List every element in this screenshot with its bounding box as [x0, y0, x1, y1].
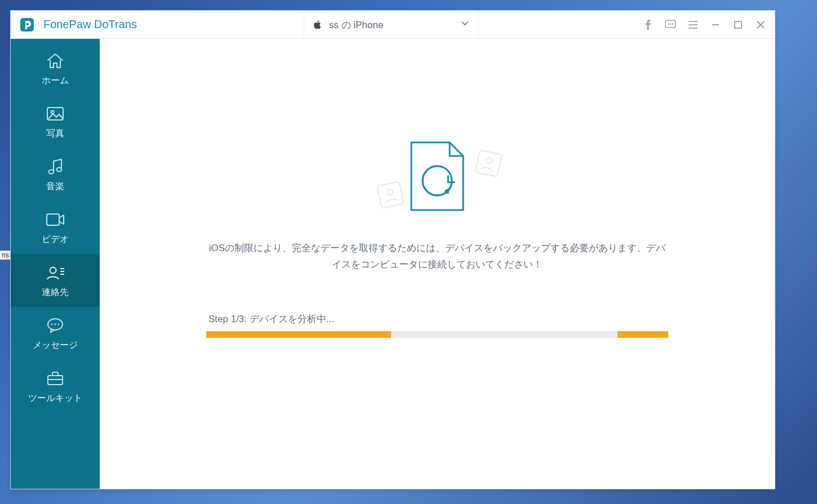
- backup-info-text: iOSの制限により、完全なデータを取得するためには、デバイスをバックアップする必…: [206, 240, 668, 273]
- progress-bar: [206, 331, 668, 338]
- message-icon: [46, 316, 65, 335]
- toolkit-icon: [46, 369, 65, 388]
- sidebar-item-messages[interactable]: メッセージ: [11, 307, 100, 360]
- device-selector[interactable]: ss の iPhone: [304, 11, 478, 39]
- progress-fill-right: [618, 331, 668, 338]
- desktop-stray-text: ns: [0, 251, 11, 260]
- contacts-icon: [45, 263, 65, 282]
- sidebar-item-video[interactable]: ビデオ: [11, 201, 100, 254]
- contact-card-icon: [474, 149, 503, 177]
- svg-point-14: [51, 110, 54, 113]
- svg-rect-10: [735, 21, 741, 28]
- progress-fill-left: [206, 331, 391, 338]
- sidebar-item-label: メッセージ: [33, 340, 78, 351]
- titlebar: FonePaw DoTrans ss の iPhone: [11, 11, 775, 39]
- maximize-button[interactable]: [729, 15, 748, 34]
- sidebar-item-label: 写真: [46, 128, 64, 140]
- sidebar-item-label: ホーム: [42, 75, 69, 87]
- video-icon: [45, 210, 65, 229]
- sidebar: ホーム写真音楽ビデオ連絡先メッセージツールキット: [11, 39, 100, 489]
- minimize-button[interactable]: [706, 15, 725, 34]
- sidebar-item-contacts[interactable]: 連絡先: [11, 254, 100, 307]
- backup-illustration: [364, 140, 510, 225]
- file-refresh-icon: [408, 140, 467, 213]
- facebook-button[interactable]: [638, 15, 658, 34]
- svg-point-4: [670, 23, 671, 24]
- progress-section: Step 1/3: デバイスを分析中...: [206, 313, 668, 338]
- titlebar-right: [638, 15, 775, 34]
- chevron-down-icon: [461, 20, 469, 30]
- svg-point-24: [55, 323, 56, 325]
- svg-point-15: [49, 170, 54, 173]
- sidebar-item-label: ビデオ: [42, 234, 69, 246]
- close-button[interactable]: [751, 15, 770, 34]
- sidebar-item-label: ツールキット: [28, 393, 82, 404]
- menu-button[interactable]: [683, 15, 703, 34]
- app-logo-icon: [19, 16, 35, 33]
- svg-point-18: [50, 267, 56, 273]
- loading-block: iOSの制限により、完全なデータを取得するためには、デバイスをバックアップする必…: [206, 140, 668, 338]
- svg-point-5: [672, 23, 673, 24]
- titlebar-left: FonePaw DoTrans: [11, 16, 137, 33]
- feedback-button[interactable]: [661, 15, 680, 34]
- step-label: Step 1/3: デバイスを分析中...: [206, 313, 668, 325]
- apple-icon: [313, 20, 323, 30]
- music-icon: [47, 157, 64, 176]
- home-icon: [46, 51, 65, 70]
- svg-point-23: [51, 323, 53, 325]
- svg-point-25: [58, 323, 60, 325]
- contact-card-icon: [376, 181, 405, 209]
- main-panel: iOSの制限により、完全なデータを取得するためには、デバイスをバックアップする必…: [100, 39, 775, 489]
- device-name: ss の iPhone: [329, 19, 461, 32]
- svg-rect-17: [47, 214, 59, 225]
- picture-icon: [46, 104, 65, 123]
- sidebar-item-photos[interactable]: 写真: [11, 95, 100, 148]
- svg-point-3: [668, 23, 669, 24]
- sidebar-item-home[interactable]: ホーム: [11, 42, 100, 95]
- app-title: FonePaw DoTrans: [43, 18, 137, 31]
- app-window: FonePaw DoTrans ss の iPhone: [10, 10, 775, 489]
- app-body: ホーム写真音楽ビデオ連絡先メッセージツールキット: [11, 39, 775, 489]
- svg-point-28: [387, 189, 393, 195]
- sidebar-item-label: 音楽: [46, 181, 64, 193]
- svg-point-16: [57, 167, 62, 171]
- svg-point-1: [26, 23, 28, 25]
- sidebar-item-music[interactable]: 音楽: [11, 148, 100, 201]
- sidebar-item-label: 連絡先: [42, 287, 69, 298]
- sidebar-item-toolkit[interactable]: ツールキット: [11, 360, 100, 413]
- svg-point-29: [486, 157, 492, 164]
